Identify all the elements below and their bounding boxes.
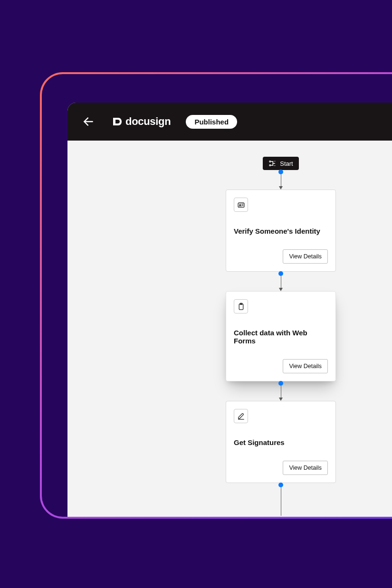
app-header: docusign Published	[67, 103, 392, 141]
view-details-button[interactable]: View Details	[283, 249, 328, 264]
view-details-button[interactable]: View Details	[283, 461, 328, 475]
connector-line	[281, 276, 281, 288]
connector-arrow-icon	[279, 186, 283, 190]
status-badge: Published	[186, 115, 237, 129]
workflow-start-icon	[268, 160, 276, 167]
step-title: Get Signatures	[234, 438, 328, 446]
connector-arrow-icon	[279, 398, 283, 401]
step-title: Verify Someone's Identity	[234, 227, 328, 235]
connector-arrow-icon	[279, 288, 283, 291]
connector	[278, 272, 283, 291]
id-card-icon	[234, 198, 248, 212]
docusign-mark-icon	[111, 116, 123, 127]
connector-line	[281, 386, 281, 398]
pen-icon	[234, 409, 248, 423]
connector-dot	[278, 271, 283, 276]
start-node-label: Start	[280, 160, 293, 167]
connector-dot	[278, 381, 283, 386]
workflow-step-verify-identity[interactable]: Verify Someone's Identity View Details	[226, 190, 336, 272]
workflow-canvas[interactable]: Start	[67, 141, 392, 517]
connector-dot	[278, 170, 283, 174]
view-details-button[interactable]: View Details	[283, 359, 328, 373]
workflow-step-collect-data[interactable]: Collect data with Web Forms View Details	[226, 291, 336, 381]
connector	[278, 170, 283, 190]
connector-dot	[278, 483, 283, 487]
brand-logo: docusign	[111, 115, 171, 128]
back-button[interactable]	[81, 114, 96, 129]
step-actions: View Details	[234, 461, 328, 475]
arrow-left-icon	[82, 115, 95, 128]
step-actions: View Details	[234, 359, 328, 373]
brand-name: docusign	[125, 115, 171, 128]
clipboard-icon	[234, 299, 248, 313]
connector	[278, 483, 283, 516]
start-node[interactable]: Start	[263, 157, 298, 170]
device-frame-inner: docusign Published	[42, 74, 392, 517]
workflow-step-get-signatures[interactable]: Get Signatures View Details	[226, 401, 336, 483]
svg-rect-11	[238, 203, 244, 207]
step-actions: View Details	[234, 249, 328, 264]
connector-line	[281, 487, 281, 516]
step-title: Collect data with Web Forms	[234, 329, 328, 345]
device-frame: docusign Published	[40, 72, 392, 519]
connector-line	[281, 174, 281, 187]
connector	[278, 381, 283, 401]
app-window: docusign Published	[67, 103, 392, 517]
